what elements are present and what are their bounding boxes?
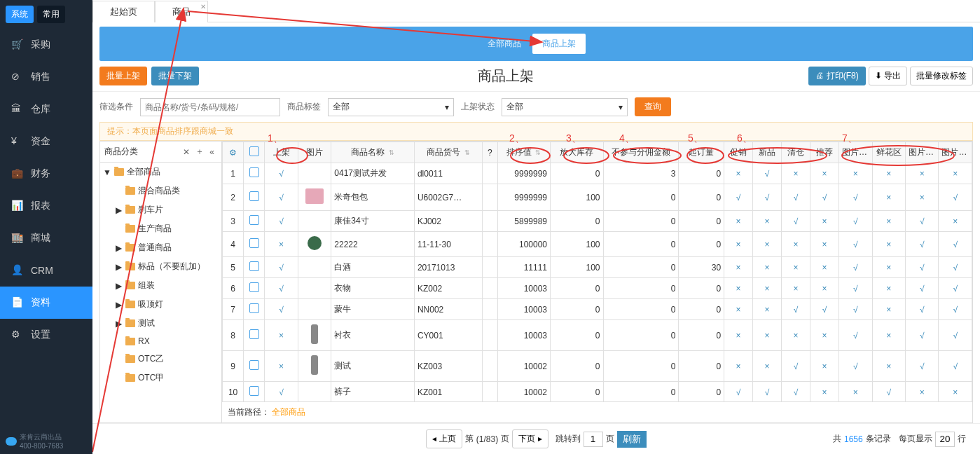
batch-up-button[interactable]: 批量上架 bbox=[99, 67, 147, 85]
nav-icon: 💼 bbox=[11, 167, 24, 180]
checkbox[interactable] bbox=[249, 303, 259, 313]
thumb-icon bbox=[311, 355, 318, 375]
table-row[interactable]: 3√康佳34寸KJ0025899989000××√×√×√× bbox=[223, 211, 972, 232]
col-header[interactable]: 排序值 ⇅ bbox=[497, 142, 551, 163]
table-row[interactable]: 10√裤子KZ00110002000√√√××√×× bbox=[223, 382, 972, 402]
col-header[interactable]: 鲜花区 bbox=[872, 142, 905, 163]
col-header[interactable]: 起订量 bbox=[679, 142, 724, 163]
checkbox[interactable] bbox=[249, 191, 259, 201]
page-title: 商品上架 bbox=[203, 67, 808, 85]
col-header[interactable]: 上架 bbox=[265, 142, 298, 163]
tree-node[interactable]: RX bbox=[111, 333, 221, 350]
nav-item-7[interactable]: 👤CRM bbox=[0, 254, 92, 287]
system-button[interactable]: 系统 bbox=[6, 6, 34, 23]
checkbox[interactable] bbox=[249, 360, 259, 370]
grid-scroll[interactable]: ⚙上架图片商品名称 ⇅商品货号 ⇅?排序值 ⇅放大库存不参与分佣金额起订量促销新… bbox=[222, 142, 972, 401]
tree-node[interactable]: OTC乙 bbox=[111, 350, 221, 369]
folder-icon bbox=[125, 225, 135, 233]
tab-product[interactable]: 商品 ✕ bbox=[155, 1, 208, 22]
checkbox[interactable] bbox=[249, 215, 259, 225]
export-button[interactable]: ⬇ 导出 bbox=[869, 67, 907, 85]
nav-icon: 🛒 bbox=[11, 39, 24, 51]
col-header[interactable]: 图片标签 bbox=[839, 142, 872, 163]
add-icon[interactable]: ＋ bbox=[193, 146, 207, 158]
total-count: 1656 bbox=[844, 434, 863, 444]
col-header[interactable]: 推荐 bbox=[810, 142, 839, 163]
tab-start[interactable]: 起始页 bbox=[92, 1, 155, 22]
nav-item-3[interactable]: ¥资金 bbox=[0, 125, 92, 158]
sort-icon: ⇅ bbox=[535, 149, 541, 156]
batch-down-button[interactable]: 批量下架 bbox=[151, 67, 199, 85]
gear-icon[interactable]: ⚙ bbox=[229, 148, 237, 158]
col-header[interactable]: 商品货号 ⇅ bbox=[414, 142, 482, 163]
nav-item-2[interactable]: 🏛仓库 bbox=[0, 93, 92, 125]
common-button[interactable]: 常用 bbox=[37, 6, 65, 23]
col-header[interactable]: 促销 bbox=[724, 142, 753, 163]
nav-item-6[interactable]: 🏬商城 bbox=[0, 222, 92, 254]
col-header[interactable] bbox=[244, 142, 265, 163]
checkbox[interactable] bbox=[249, 238, 259, 248]
table-row[interactable]: 2√米奇包包U6002G7…999999910000√√√√√××√ bbox=[223, 184, 972, 211]
checkbox[interactable] bbox=[249, 146, 259, 156]
tree-node[interactable]: 混合商品类 bbox=[111, 181, 221, 200]
col-header[interactable]: 新品 bbox=[753, 142, 782, 163]
prev-page-button[interactable]: ◂ 上页 bbox=[426, 429, 462, 448]
col-header[interactable]: 图片标签2 bbox=[905, 142, 938, 163]
folder-icon bbox=[125, 355, 135, 363]
nav-item-5[interactable]: 📊报表 bbox=[0, 190, 92, 222]
table-row[interactable]: 1√0417测试并发dl00119999999030×√×××××× bbox=[223, 163, 972, 184]
tree-node[interactable]: ▶标品（不要乱加） bbox=[111, 257, 221, 276]
close-icon[interactable]: ✕ bbox=[180, 147, 193, 157]
print-button[interactable]: 🖨 打印(F8) bbox=[808, 67, 865, 85]
nav-item-1[interactable]: ⊘销售 bbox=[0, 61, 92, 93]
banner-left-tab[interactable]: 全部商品 bbox=[488, 38, 521, 50]
col-header[interactable]: 图片标签3 bbox=[939, 142, 972, 163]
brand-footer: 来肯云商出品 400-800-7683 bbox=[0, 428, 92, 454]
tree-node[interactable]: ▶普通商品 bbox=[111, 238, 221, 257]
perpage-input[interactable] bbox=[935, 432, 955, 447]
checkbox[interactable] bbox=[249, 386, 259, 396]
status-filter-select[interactable]: 全部▾ bbox=[502, 98, 628, 116]
col-header[interactable]: 清仓 bbox=[782, 142, 810, 163]
checkbox[interactable] bbox=[249, 282, 259, 292]
chevron-down-icon: ▾ bbox=[445, 102, 449, 112]
checkbox[interactable] bbox=[249, 167, 259, 177]
tree-node[interactable]: ▶测试 bbox=[111, 314, 221, 333]
refresh-button[interactable]: 刷新 bbox=[617, 431, 647, 448]
checkbox[interactable] bbox=[249, 261, 259, 271]
checkbox[interactable] bbox=[249, 329, 259, 339]
tree-node[interactable]: ▶组装 bbox=[111, 276, 221, 295]
close-icon[interactable]: ✕ bbox=[200, 3, 206, 11]
nav-item-0[interactable]: 🛒采购 bbox=[0, 29, 92, 61]
table-row[interactable]: 7√蒙牛NN00210003000××√√√×√√ bbox=[223, 299, 972, 320]
table-row[interactable]: 5√白酒2017101311111100030××××√×√√ bbox=[223, 257, 972, 278]
nav-item-9[interactable]: ⚙设置 bbox=[0, 319, 92, 351]
table-row[interactable]: 6√衣物KZ00210003000××××√×√√ bbox=[223, 278, 972, 299]
table-row[interactable]: 9×测试KZ00310002000××√×√×√√ bbox=[223, 351, 972, 382]
next-page-button[interactable]: 下页 ▸ bbox=[512, 429, 548, 448]
filter-search-input[interactable] bbox=[140, 98, 280, 116]
tree-node[interactable]: 生产商品 bbox=[111, 219, 221, 238]
tree-node[interactable]: ▶吸顶灯 bbox=[111, 295, 221, 314]
col-header[interactable]: 不参与分佣金额 bbox=[603, 142, 679, 163]
tree-node[interactable]: ▶刹车片 bbox=[111, 200, 221, 219]
batch-edit-tag-button[interactable]: 批量修改标签 bbox=[910, 67, 973, 85]
tree-node[interactable]: OTC甲 bbox=[111, 369, 221, 387]
collapse-icon[interactable]: « bbox=[207, 147, 217, 157]
col-header[interactable]: 图片 bbox=[298, 142, 331, 163]
jump-page-input[interactable] bbox=[584, 432, 603, 447]
sidebar: 系统 常用 🛒采购⊘销售🏛仓库¥资金💼财务📊报表🏬商城👤CRM📄资料⚙设置 来肯… bbox=[0, 0, 92, 454]
banner-right-tab[interactable]: 商品上架 bbox=[532, 34, 586, 54]
table-row[interactable]: 4×2222211-11-3010000010000××××√×√√ bbox=[223, 232, 972, 257]
nav-item-4[interactable]: 💼财务 bbox=[0, 158, 92, 190]
col-header[interactable]: 放大库存 bbox=[551, 142, 604, 163]
nav-item-8[interactable]: 📄资料 bbox=[0, 287, 92, 319]
col-header[interactable]: ? bbox=[482, 142, 497, 163]
col-header[interactable]: ⚙ bbox=[223, 142, 244, 163]
table-row[interactable]: 8×衬衣CY00110003000××××√×√√ bbox=[223, 320, 972, 351]
sort-icon: ⇅ bbox=[389, 149, 394, 156]
query-button[interactable]: 查询 bbox=[635, 97, 671, 116]
tree-root[interactable]: ▼全部商品 bbox=[100, 163, 221, 181]
tag-filter-select[interactable]: 全部▾ bbox=[328, 98, 454, 116]
col-header[interactable]: 商品名称 ⇅ bbox=[331, 142, 415, 163]
